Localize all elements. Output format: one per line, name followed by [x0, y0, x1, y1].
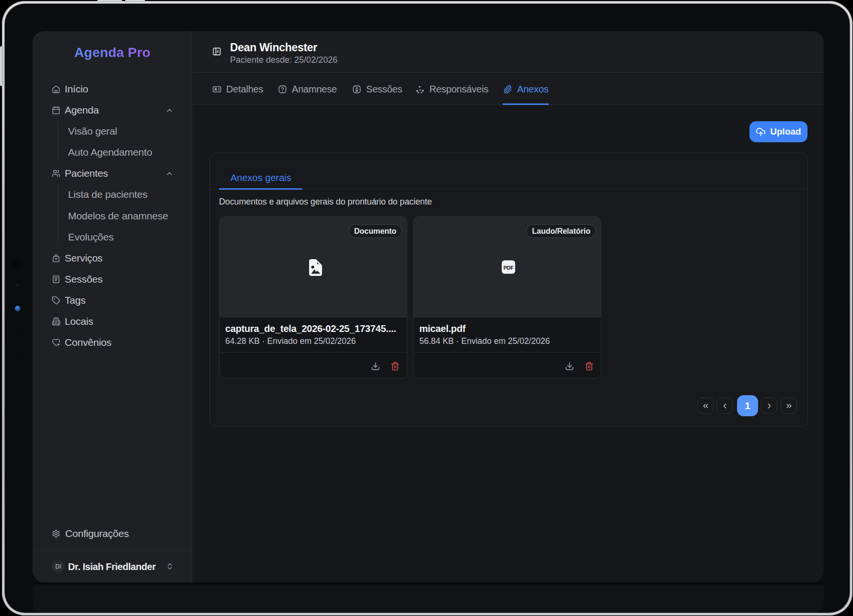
svg-text:PDF: PDF [503, 265, 514, 271]
